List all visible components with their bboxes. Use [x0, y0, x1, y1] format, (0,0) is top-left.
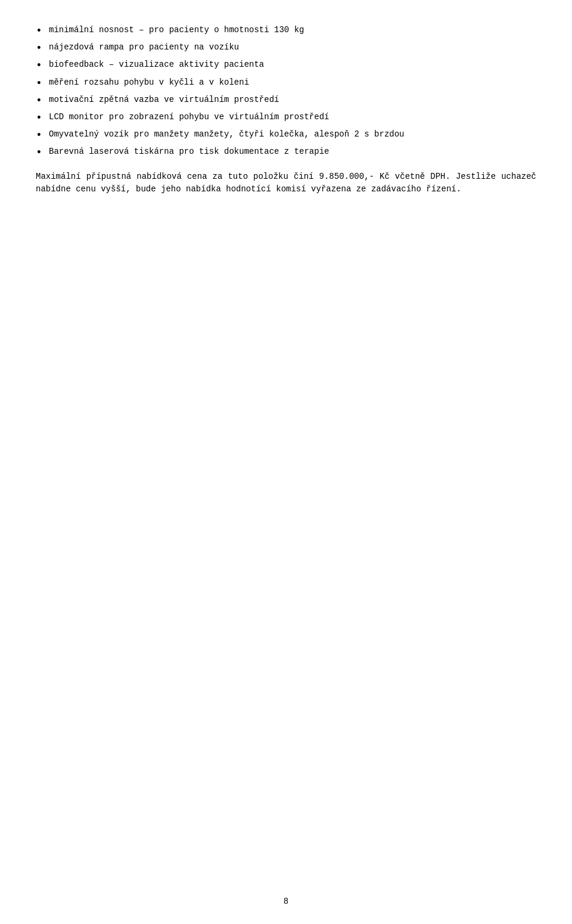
list-item: • LCD monitor pro zobrazení pohybu ve vi…	[36, 111, 536, 126]
list-item-text: Barevná laserová tiskárna pro tisk dokum…	[49, 145, 536, 158]
max-price-paragraph: Maximální přípustná nabídková cena za tu…	[36, 170, 536, 196]
list-item-text: biofeedback – vizualizace aktivity pacie…	[49, 58, 536, 71]
list-item-text: LCD monitor pro zobrazení pohybu ve virt…	[49, 111, 536, 123]
list-item: • Omyvatelný vozík pro manžety manžety, …	[36, 128, 536, 143]
list-item-text: nájezdová rampa pro pacienty na vozíku	[49, 41, 536, 54]
bullet-icon: •	[36, 76, 46, 91]
list-item: • minimální nosnost – pro pacienty o hmo…	[36, 24, 536, 39]
page-container: • minimální nosnost – pro pacienty o hmo…	[0, 0, 572, 924]
list-item-text: Omyvatelný vozík pro manžety manžety, čt…	[49, 128, 536, 141]
list-item: • měření rozsahu pohybu v kyčli a v kole…	[36, 76, 536, 91]
list-item: • Barevná laserová tiskárna pro tisk dok…	[36, 145, 536, 160]
bullet-list: • minimální nosnost – pro pacienty o hmo…	[36, 24, 536, 161]
bullet-icon: •	[36, 145, 46, 160]
list-item: • motivační zpětná vazba ve virtuálním p…	[36, 94, 536, 108]
list-item-text: minimální nosnost – pro pacienty o hmotn…	[49, 24, 536, 36]
list-item-text: měření rozsahu pohybu v kyčli a v koleni	[49, 76, 536, 89]
page-number: 8	[284, 897, 288, 906]
list-item: • nájezdová rampa pro pacienty na vozíku	[36, 41, 536, 56]
bullet-icon: •	[36, 41, 46, 56]
list-item-text: motivační zpětná vazba ve virtuálním pro…	[49, 94, 536, 106]
bullet-icon: •	[36, 58, 46, 73]
bullet-icon: •	[36, 128, 46, 143]
bullet-icon: •	[36, 94, 46, 108]
bullet-icon: •	[36, 111, 46, 126]
list-item: • biofeedback – vizualizace aktivity pac…	[36, 58, 536, 73]
bullet-icon: •	[36, 24, 46, 39]
